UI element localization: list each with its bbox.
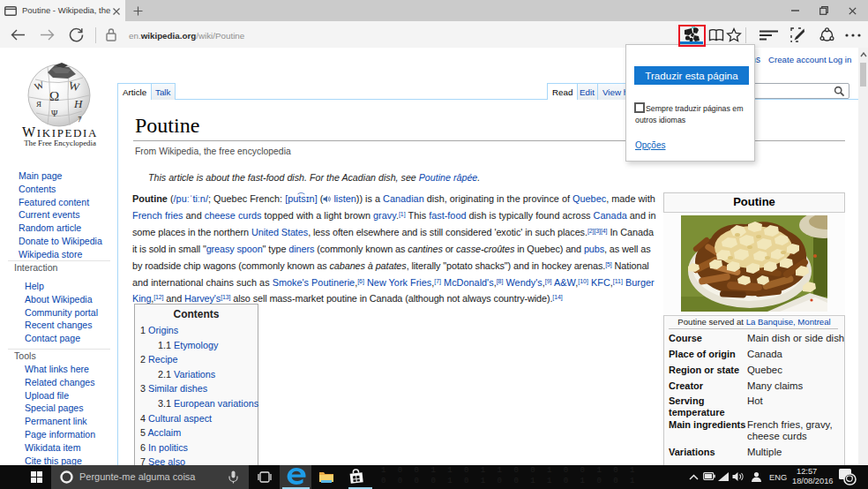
svg-text:Ψ: Ψ: [51, 109, 58, 118]
svg-text:Ω: Ω: [49, 89, 59, 103]
svg-text:ｱ: ｱ: [78, 115, 82, 124]
svg-text:H: H: [73, 97, 83, 110]
svg-text:Я: Я: [36, 100, 41, 109]
